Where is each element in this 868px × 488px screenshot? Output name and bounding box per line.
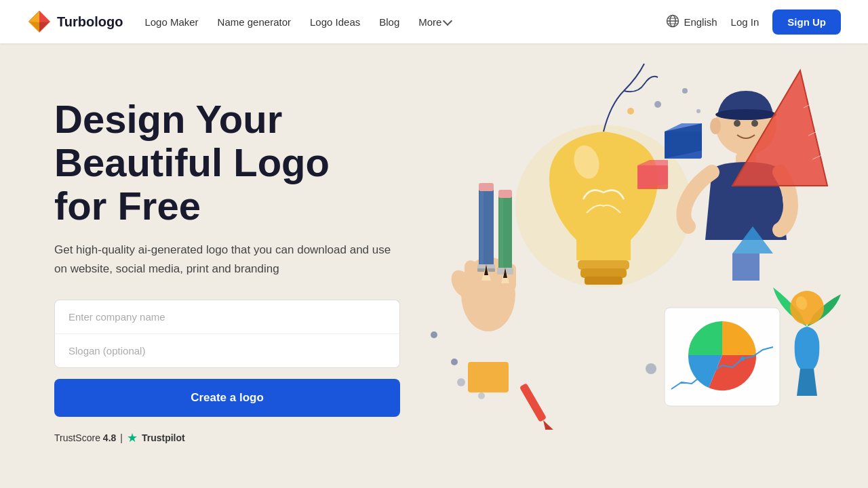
svg-point-71 [709, 203, 715, 209]
trustscore-value: 4.8 [103, 432, 116, 443]
separator: | [120, 432, 123, 443]
svg-point-14 [431, 331, 437, 338]
svg-rect-36 [479, 183, 494, 191]
svg-rect-65 [732, 253, 760, 281]
navbar: Turbologo Logo Maker Name generator Logo… [0, 0, 868, 43]
svg-marker-6 [29, 12, 39, 22]
hero-title-line2: for Free [54, 184, 201, 228]
hero-illustration [434, 70, 814, 409]
logo-form [54, 300, 400, 368]
hero-illustration-svg [400, 50, 841, 430]
trustpilot-badge: TrustScore 4.8 | ★ Trustpilot [54, 430, 434, 445]
svg-point-73 [457, 378, 465, 386]
hero-title: Design Your Beautiful Logo for Free [54, 98, 434, 227]
hero-title-line1: Design Your Beautiful Logo [54, 97, 330, 184]
svg-rect-33 [480, 186, 484, 267]
svg-rect-66 [468, 362, 509, 392]
trustpilot-name: Trustpilot [142, 432, 185, 443]
logo-ideas-link[interactable]: Logo Ideas [310, 16, 360, 28]
language-label: English [684, 16, 717, 28]
nav-right: English Log In Sign Up [666, 9, 841, 35]
logo-maker-link[interactable]: Logo Maker [144, 16, 198, 28]
brand-logo[interactable]: Turbologo [27, 9, 123, 34]
blog-link[interactable]: Blog [379, 16, 399, 28]
svg-point-20 [646, 363, 656, 374]
svg-rect-44 [498, 190, 512, 198]
hero-content: Design Your Beautiful Logo for Free Get … [54, 84, 434, 445]
more-menu[interactable]: More [418, 16, 451, 28]
trustpilot-star-icon: ★ [127, 430, 138, 445]
svg-point-15 [451, 359, 458, 365]
svg-point-69 [790, 291, 824, 325]
brand-logo-icon [27, 9, 52, 34]
svg-point-18 [696, 109, 701, 113]
more-label: More [418, 16, 441, 28]
brand-name-text: Turbologo [57, 14, 123, 30]
chevron-down-icon [443, 16, 452, 25]
signup-button[interactable]: Sign Up [772, 9, 841, 35]
slogan-input[interactable] [54, 334, 400, 368]
svg-rect-67 [519, 383, 547, 422]
company-name-input[interactable] [54, 300, 400, 334]
svg-point-72 [724, 218, 728, 222]
svg-point-48 [751, 120, 758, 127]
language-selector[interactable]: English [666, 14, 717, 30]
name-generator-link[interactable]: Name generator [218, 16, 291, 28]
hero-section: Design Your Beautiful Logo for Free Get … [0, 43, 868, 488]
create-logo-button[interactable]: Create a logo [54, 379, 400, 417]
svg-rect-24 [585, 277, 623, 285]
hero-subtitle: Get high-quality ai-generated logo that … [54, 241, 393, 277]
svg-point-16 [654, 101, 661, 108]
globe-icon [666, 14, 679, 30]
svg-point-49 [710, 118, 721, 134]
svg-marker-5 [39, 12, 50, 22]
svg-point-53 [741, 357, 745, 361]
trustscore-label: TrustScore 4.8 [54, 432, 116, 443]
svg-rect-22 [578, 260, 629, 270]
svg-point-74 [478, 392, 485, 399]
svg-point-17 [682, 88, 688, 94]
svg-rect-40 [500, 192, 503, 270]
svg-point-47 [734, 120, 741, 127]
svg-point-46 [715, 109, 776, 120]
nav-links: Logo Maker Name generator Logo Ideas Blo… [144, 16, 666, 28]
svg-point-19 [627, 108, 634, 115]
svg-rect-23 [580, 268, 627, 278]
login-button[interactable]: Log In [731, 16, 760, 28]
